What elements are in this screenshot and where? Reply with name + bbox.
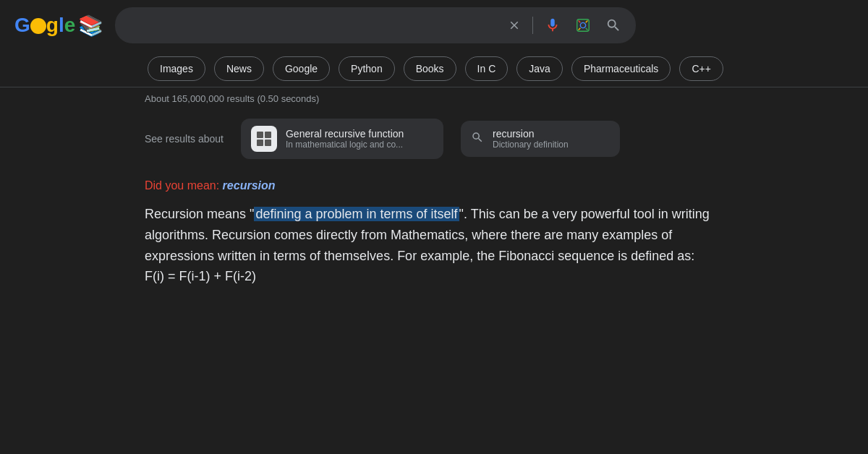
see-results-label: See results about bbox=[145, 133, 224, 145]
logo-book-icon: 📚 bbox=[78, 14, 103, 38]
search-input[interactable]: recursion bbox=[127, 19, 496, 32]
tab-in-c[interactable]: In C bbox=[465, 56, 509, 81]
svg-point-1 bbox=[581, 22, 586, 27]
tab-images[interactable]: Images bbox=[148, 56, 205, 81]
svg-rect-3 bbox=[265, 132, 271, 138]
main-content: Recursion means "defining a problem in t… bbox=[0, 198, 868, 293]
dict-card-title: recursion bbox=[493, 128, 569, 140]
tab-google[interactable]: Google bbox=[273, 56, 330, 81]
dictionary-card[interactable]: recursion Dictionary definition bbox=[461, 121, 620, 157]
search-divider bbox=[532, 17, 533, 34]
search-dict-icon bbox=[471, 131, 484, 147]
header: Ggle 📚 recursion bbox=[0, 0, 868, 51]
logo-g: G bbox=[14, 14, 30, 36]
dict-card-text: recursion Dictionary definition bbox=[493, 128, 569, 150]
definition-paragraph: Recursion means "defining a problem in t… bbox=[145, 204, 723, 287]
tab-java[interactable]: Java bbox=[516, 56, 563, 81]
svg-rect-5 bbox=[265, 140, 271, 146]
results-count-text: About 165,000,000 results (0.50 seconds) bbox=[145, 93, 319, 104]
did-you-mean-link[interactable]: recursion bbox=[223, 179, 276, 192]
tabs-bar: Images News Google Python Books In C Jav… bbox=[0, 51, 868, 87]
logo-g2: l bbox=[59, 14, 64, 36]
recursive-card-title: General recursive function bbox=[286, 128, 404, 140]
recursive-card-subtitle: In mathematical logic and co... bbox=[286, 140, 404, 150]
did-you-mean-section: Did you mean: recursion bbox=[0, 168, 868, 198]
tab-python[interactable]: Python bbox=[339, 56, 395, 81]
did-you-mean-prefix: Did you mean: bbox=[145, 179, 223, 192]
search-bar: recursion bbox=[115, 7, 636, 43]
clear-button[interactable] bbox=[505, 16, 524, 35]
definition-text-before: Recursion means " bbox=[145, 207, 254, 221]
recursive-card-text: General recursive function In mathematic… bbox=[286, 128, 404, 150]
logo-o2: g bbox=[46, 14, 59, 36]
svg-rect-4 bbox=[257, 140, 263, 146]
search-button[interactable] bbox=[603, 14, 624, 36]
tab-news[interactable]: News bbox=[214, 56, 264, 81]
dict-card-subtitle: Dictionary definition bbox=[493, 140, 569, 150]
voice-search-button[interactable] bbox=[542, 14, 563, 36]
definition-highlight: defining a problem in terms of itself bbox=[254, 207, 459, 221]
general-recursive-card[interactable]: General recursive function In mathematic… bbox=[241, 119, 443, 159]
recursive-function-icon bbox=[251, 126, 277, 152]
see-results-section: See results about General recursive func… bbox=[0, 110, 868, 168]
tab-pharmaceuticals[interactable]: Pharmaceuticals bbox=[571, 56, 671, 81]
logo[interactable]: Ggle 📚 bbox=[14, 14, 103, 38]
results-count: About 165,000,000 results (0.50 seconds) bbox=[0, 87, 868, 110]
definition-formula: F(i) = F(i-1) + F(i-2) bbox=[145, 269, 256, 283]
tab-books[interactable]: Books bbox=[404, 56, 456, 81]
tab-cpp[interactable]: C++ bbox=[679, 56, 723, 81]
logo-l: e bbox=[64, 14, 76, 36]
lens-button[interactable] bbox=[572, 14, 594, 36]
svg-rect-2 bbox=[257, 132, 263, 138]
logo-sun-icon bbox=[30, 18, 46, 34]
